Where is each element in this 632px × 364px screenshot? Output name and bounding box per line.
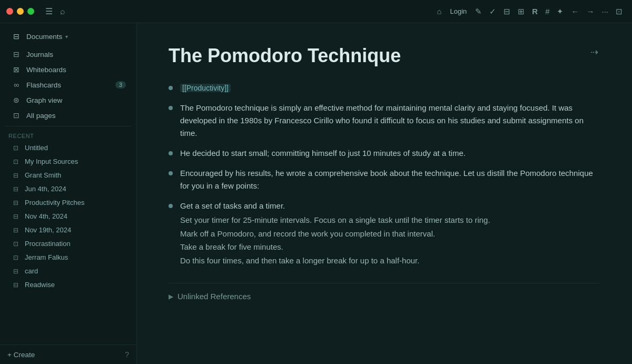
sidebar-item-journals[interactable]: ⊟ Journals (3, 47, 133, 62)
create-button[interactable]: + Create (7, 351, 35, 359)
search-icon[interactable]: ⌕ (57, 5, 68, 18)
bullet-text: He decided to start small; committing hi… (180, 147, 600, 160)
sidebar-top: ⊟ Documents ▾ (0, 23, 136, 46)
minimize-button[interactable] (17, 8, 24, 15)
page-icon: ⊟ (12, 281, 20, 289)
documents-label: Documents (26, 33, 62, 41)
page-icon: ⊟ (12, 268, 20, 275)
sidebar-item-grant-smith[interactable]: ⊟ Grant Smith (3, 169, 133, 182)
sidebar-item-nov-19th[interactable]: ⊟ Nov 19th, 2024 (3, 223, 133, 237)
tag-productivity[interactable]: [[Productivity]] (180, 84, 231, 92)
more-icon[interactable]: ··· (598, 5, 611, 18)
page-icon: ⊡ (12, 144, 20, 152)
bullet-text: Encouraged by his results, he wrote a co… (180, 167, 600, 192)
bullet-dot (169, 171, 173, 175)
bullet-text: The Pomodoro technique is simply an effe… (180, 102, 600, 140)
sub-line: Take a break for five minutes. (180, 240, 600, 254)
titlebar-right: ⌂ Login ✎ ✓ ⊟ ⊞ R # ✦ ← → ··· ⊡ (433, 5, 626, 18)
sidebar-item-productivity-pitches[interactable]: ⊟ Productivity Pitches (3, 196, 133, 209)
bullet-item: Encouraged by his results, he wrote a co… (169, 167, 600, 192)
chevron-right-icon: ▶ (169, 293, 173, 300)
sidebar-item-flashcards-label: Flashcards (26, 81, 61, 89)
bullet-item: He decided to start small; committing hi… (169, 147, 600, 160)
titlebar-left-icons: ☰ ⌕ (43, 4, 68, 18)
bullet-sub-lines: Set your timer for 25-minute intervals. … (180, 213, 600, 267)
share-icon[interactable]: ⇢ (588, 44, 600, 60)
sidebar-item-readwise[interactable]: ⊟ Readwise (3, 278, 133, 291)
bullet-dot (169, 204, 173, 208)
bullet-text: [[Productivity]] (180, 82, 600, 94)
sidebar-item-graph-label: Graph view (26, 96, 62, 104)
recent-section-label: RECENT (0, 130, 136, 141)
sidebar-item-nov-4th[interactable]: ⊟ Nov 4th, 2024 (3, 210, 133, 223)
page-icon: ⊟ (12, 185, 20, 193)
main-layout: ⊟ Documents ▾ ⊟ Journals ⊠ Whiteboards ∞… (0, 23, 632, 364)
check-icon[interactable]: ✓ (486, 5, 499, 18)
close-button[interactable] (6, 8, 13, 15)
flashcards-icon: ∞ (12, 81, 21, 89)
bullet-item: Get a set of tasks and a timer. Set your… (169, 200, 600, 267)
recent-item-label: Readwise (25, 281, 55, 289)
layout-icon[interactable]: ⊡ (613, 5, 626, 18)
bullet-text: Get a set of tasks and a timer. Set your… (180, 200, 600, 267)
sidebar-item-procrastination[interactable]: ⊡ Procrastination (3, 237, 133, 250)
flashcards-badge: 3 (115, 81, 126, 88)
readwise-icon[interactable]: R (529, 5, 541, 18)
home-icon[interactable]: ⌂ (433, 5, 445, 18)
book-icon[interactable]: ⊟ (500, 5, 514, 18)
sidebar-item-my-input-sources[interactable]: ⊡ My Input Sources (3, 155, 133, 168)
puzzle-icon[interactable]: ✦ (554, 5, 567, 18)
page-icon: ⊡ (12, 254, 20, 261)
edit-icon[interactable]: ✎ (472, 5, 485, 18)
sidebar-scroll: ⊟ Journals ⊠ Whiteboards ∞ Flashcards 3 … (0, 46, 136, 345)
whiteboards-icon: ⊠ (12, 65, 21, 74)
sub-line: Do this four times, and then take a long… (180, 254, 600, 268)
bullet-dot (169, 151, 173, 155)
recent-item-label: Jun 4th, 2024 (25, 185, 66, 193)
traffic-lights (6, 8, 34, 15)
sub-line: Set your timer for 25-minute intervals. … (180, 213, 600, 227)
bullet-item: The Pomodoro technique is simply an effe… (169, 102, 600, 140)
calendar-icon[interactable]: ⊞ (515, 5, 528, 18)
sidebar-item-graph-view[interactable]: ⊛ Graph view (3, 93, 133, 107)
recent-item-label: Untitled (25, 144, 48, 152)
sidebar-item-journals-label: Journals (26, 51, 53, 58)
page-title: The Pomodoro Technique (169, 44, 401, 67)
bullet-dot (169, 106, 173, 110)
sidebar-item-all-pages-label: All pages (26, 112, 56, 120)
sidebar-item-jerram-falkus[interactable]: ⊡ Jerram Falkus (3, 251, 133, 264)
fullscreen-button[interactable] (27, 8, 34, 15)
sidebar-divider (5, 126, 131, 126)
sidebar-toggle-icon[interactable]: ☰ (43, 4, 55, 18)
recent-item-label: Grant Smith (25, 171, 61, 179)
unlinked-references-section: ▶ Unlinked References (169, 283, 600, 301)
hashtag-icon[interactable]: # (542, 5, 552, 18)
help-button[interactable]: ? (125, 350, 129, 359)
recent-item-label: Nov 4th, 2024 (25, 212, 67, 220)
unlinked-refs-header[interactable]: ▶ Unlinked References (169, 292, 600, 301)
sub-line: Mark off a Pomodoro, and record the work… (180, 227, 600, 241)
sidebar-item-all-pages[interactable]: ⊡ All pages (3, 108, 133, 123)
sidebar-item-flashcards[interactable]: ∞ Flashcards 3 (3, 77, 133, 92)
recent-item-label: Procrastination (25, 240, 71, 248)
unlinked-refs-label: Unlinked References (177, 292, 251, 301)
page-icon: ⊟ (12, 227, 20, 234)
bullet-main-text: Get a set of tasks and a timer. (180, 201, 285, 210)
sidebar-item-whiteboards[interactable]: ⊠ Whiteboards (3, 62, 133, 77)
recent-item-label: Jerram Falkus (25, 253, 68, 261)
bullet-item: [[Productivity]] (169, 82, 600, 94)
page-icon: ⊡ (12, 240, 20, 248)
sidebar-item-card[interactable]: ⊟ card (3, 264, 133, 278)
sidebar-item-documents[interactable]: ⊟ Documents ▾ (3, 29, 133, 44)
login-button[interactable]: Login (446, 5, 471, 17)
page-icon: ⊟ (12, 213, 20, 220)
recent-item-label: Productivity Pitches (25, 199, 84, 206)
chevron-down-icon: ▾ (65, 34, 68, 40)
graph-icon: ⊛ (12, 96, 21, 104)
back-icon[interactable]: ← (568, 5, 582, 18)
forward-icon[interactable]: → (583, 5, 597, 18)
sidebar-footer: + Create ? (0, 345, 136, 364)
all-pages-icon: ⊡ (12, 111, 21, 120)
sidebar-item-untitled[interactable]: ⊡ Untitled (3, 141, 133, 154)
sidebar-item-jun-4th[interactable]: ⊟ Jun 4th, 2024 (3, 182, 133, 195)
